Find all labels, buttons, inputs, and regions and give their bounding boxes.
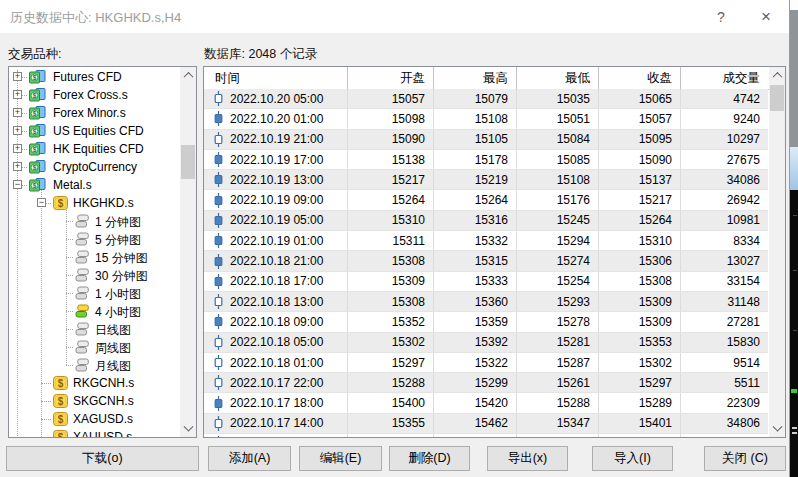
tree-item[interactable]: 30 分钟图 [9, 266, 196, 284]
table-row[interactable]: 2022.10.19 13:00152171521915108151373408… [204, 170, 768, 190]
column-header[interactable]: 开盘 [348, 67, 434, 89]
tree-item[interactable]: 周线图 [9, 338, 196, 356]
candle-down-icon [214, 274, 223, 289]
table-row[interactable]: 2022.10.17 18:00154001542015288152892230… [204, 393, 768, 413]
table-scrollbar-thumb[interactable] [770, 85, 784, 111]
table-row[interactable]: 2022.10.19 21:00150901510515084150951029… [204, 130, 768, 150]
close-button[interactable]: 关闭 (C) [704, 446, 786, 471]
table-row[interactable]: 2022.10.19 01:00153111533215294153108334 [204, 231, 768, 251]
cell-low [517, 434, 599, 438]
timeframe-icon [75, 358, 92, 372]
collapse-minus-icon[interactable]: − [13, 180, 22, 189]
delete-button[interactable]: 删除(D) [389, 446, 470, 471]
table-row[interactable]: 2022.10.18 05:00153021539215281153531583… [204, 333, 768, 353]
table-row[interactable]: 2022.10.17 22:00152881529915261152975511 [204, 373, 768, 393]
table-row[interactable]: 2022.10.17 14:00153551546215347154013480… [204, 414, 768, 434]
close-window-button[interactable]: × [753, 5, 779, 29]
export-button[interactable]: 导出(x) [487, 446, 568, 471]
title-bar: 历史数据中心: HKGHKD.s,H4 ? × [0, 0, 790, 33]
tree-item[interactable]: 5 分钟图 [9, 230, 196, 248]
tree-item[interactable]: 月线图 [9, 356, 196, 374]
cell-close: 15264 [599, 211, 681, 230]
table-row[interactable]: 2022.10.20 05:00150571507915035150654742 [204, 89, 768, 109]
svg-text:$: $ [33, 146, 37, 154]
table-row[interactable]: 2022.10.19 05:00153101531615245152641098… [204, 211, 768, 231]
tree-item[interactable]: 15 分钟图 [9, 248, 196, 266]
cell-open [348, 434, 434, 438]
tree-connector-line [66, 347, 73, 348]
scroll-up-arrow-icon[interactable] [769, 67, 785, 83]
tree-item[interactable]: $ RKGCNH.s [9, 374, 196, 392]
table-scrollbar[interactable] [769, 67, 785, 437]
table-row[interactable]: 2022.10.20 01:00150981510815051150579240 [204, 109, 768, 129]
column-header[interactable]: 最高 [434, 67, 517, 89]
cell-volume: 27675 [681, 150, 768, 169]
cell-volume: 15830 [681, 333, 768, 352]
svg-text:$: $ [33, 128, 37, 136]
tree-connector-line [66, 239, 73, 240]
tree-item[interactable]: 日线图 [9, 320, 196, 338]
table-row[interactable]: 2022.10.18 01:00152971532215287153029514 [204, 353, 768, 373]
tree-item[interactable]: − $ Metal.s [9, 176, 196, 194]
column-header[interactable]: 成交量 [681, 67, 768, 89]
scroll-down-arrow-icon[interactable] [180, 421, 196, 437]
help-button[interactable]: ? [708, 5, 734, 29]
edit-button[interactable]: 编辑(E) [299, 446, 382, 471]
tree-item[interactable]: − $ HKGHKD.s [9, 194, 196, 212]
cell-close: 15353 [599, 333, 681, 352]
column-header[interactable]: 时间 [204, 67, 348, 89]
table-row[interactable]: 2022.10.18 13:00153081536015293153093114… [204, 292, 768, 312]
tree-item[interactable]: 1 分钟图 [9, 212, 196, 230]
expand-plus-icon[interactable]: + [13, 144, 22, 153]
expand-plus-icon[interactable]: + [13, 108, 22, 117]
table-row[interactable]: 2022.10.19 09:00152641526415176152172694… [204, 190, 768, 210]
cell-high: 15079 [434, 89, 517, 108]
tree-item[interactable]: + $ CryptoCurrency [9, 158, 196, 176]
table-header-row: 时间开盘最高最低收盘成交量 [204, 67, 785, 90]
column-header[interactable]: 最低 [517, 67, 599, 89]
table-row-partial[interactable] [204, 434, 768, 438]
table-row[interactable]: 2022.10.18 17:00153091533315254153083315… [204, 272, 768, 292]
scroll-down-arrow-icon[interactable] [769, 421, 785, 437]
cell-time: 2022.10.18 01:00 [230, 356, 323, 370]
column-header[interactable]: 收盘 [599, 67, 681, 89]
expand-plus-icon[interactable]: + [13, 72, 22, 81]
tree-item[interactable]: + $ Forex Minor.s [9, 104, 196, 122]
tree-item-label: 15 分钟图 [95, 250, 148, 267]
tree-item[interactable]: 4 小时图 [9, 302, 196, 320]
cell-volume: 4742 [681, 89, 768, 108]
tree-item[interactable]: $ XAGUSD.s [9, 410, 196, 428]
collapse-minus-icon[interactable]: − [37, 198, 46, 207]
add-button[interactable]: 添加(A) [208, 446, 291, 471]
expand-plus-icon[interactable]: + [13, 126, 22, 135]
cell-volume: 26942 [681, 190, 768, 209]
table-row[interactable]: 2022.10.18 21:00153081531515274153061302… [204, 251, 768, 271]
tree-item[interactable]: + $ US Equities CFD [9, 122, 196, 140]
tree-scrollbar-thumb[interactable] [181, 145, 195, 179]
tree-item[interactable]: + $ HK Equities CFD [9, 140, 196, 158]
cell-open: 15288 [348, 373, 434, 392]
expand-plus-icon[interactable]: + [13, 162, 22, 171]
tree-item[interactable]: $ SKGCNH.s [9, 392, 196, 410]
tree-item-label: SKGCNH.s [73, 394, 134, 408]
cell-high: 15178 [434, 150, 517, 169]
expand-plus-icon[interactable]: + [13, 90, 22, 99]
cell-time: 2022.10.18 17:00 [230, 274, 323, 288]
table-row[interactable]: 2022.10.19 17:00151381517815085150902767… [204, 150, 768, 170]
download-button[interactable]: 下载(o) [6, 446, 199, 471]
folder-dollar-icon: $ [29, 70, 46, 84]
tree-item[interactable]: + $ Futures CFD [9, 68, 196, 86]
cell-low: 15278 [517, 312, 599, 331]
tree-item[interactable]: + $ Forex Cross.s [9, 86, 196, 104]
tree-scrollbar[interactable] [180, 67, 196, 437]
cell-open: 15098 [348, 109, 434, 128]
table-body: 2022.10.20 05:00150571507915035150654742… [204, 89, 768, 438]
scroll-up-arrow-icon[interactable] [180, 67, 196, 83]
table-row[interactable]: 2022.10.18 09:00153521535915278153092728… [204, 312, 768, 332]
tree-item[interactable]: 1 小时图 [9, 284, 196, 302]
tree-item[interactable]: $ XAUUSD.s [9, 428, 196, 438]
cell-high: 15219 [434, 170, 517, 189]
candle-down-icon [214, 193, 223, 208]
cell-volume: 9514 [681, 353, 768, 372]
import-button[interactable]: 导入(I) [592, 446, 673, 471]
